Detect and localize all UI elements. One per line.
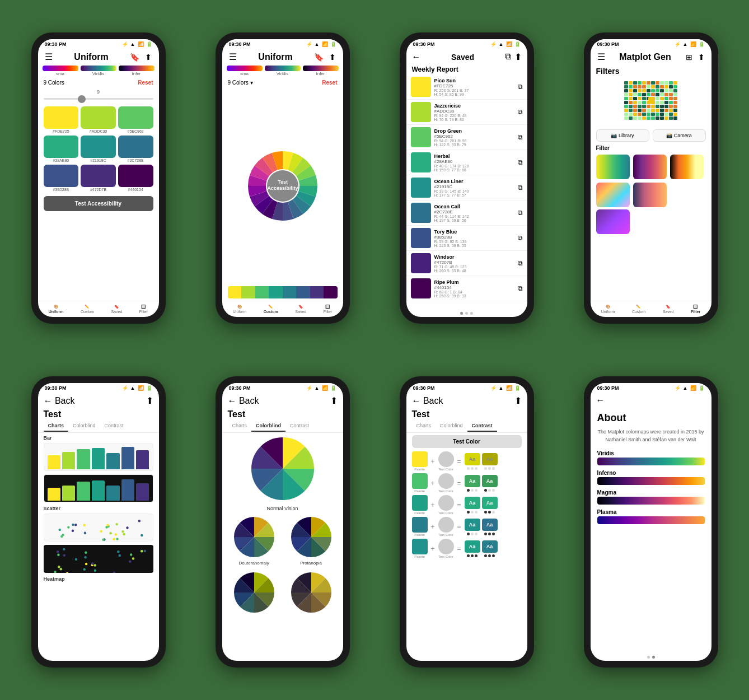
palette-cell-0[interactable] <box>228 286 242 298</box>
color-row-6[interactable]: Tory Blue #38528B R: 59 G: 82 B: 139 H: … <box>406 226 527 251</box>
swatch-item-0[interactable]: #FDE725 <box>44 106 79 133</box>
share-icon[interactable]: ⬆ <box>145 53 152 62</box>
palette-cell-3[interactable] <box>269 286 283 298</box>
color-row-3[interactable]: Herbal #28AE80 R: 40 G: 174 B: 128 H: 15… <box>406 150 527 175</box>
back-arrow-8[interactable]: ← <box>596 395 605 405</box>
back-arrow-6[interactable]: ← Back <box>228 396 259 406</box>
nav-item-4-saved[interactable]: 🔖 Saved <box>663 305 674 314</box>
swatch-1[interactable] <box>81 106 116 129</box>
back-arrow-3[interactable]: ← <box>412 52 421 62</box>
share-icon-3[interactable]: ⬆ <box>514 52 522 62</box>
bookmark-icon[interactable]: 🔖 <box>130 53 139 62</box>
tab-5-colorblind[interactable]: Colorblind <box>68 421 100 432</box>
slider-thumb[interactable] <box>78 95 86 103</box>
back-arrow-5[interactable]: ← Back <box>44 396 75 406</box>
back-arrow-7[interactable]: ← Back <box>412 396 443 406</box>
tab-6-contrast[interactable]: Contrast <box>285 421 313 432</box>
palette-cell-5[interactable] <box>296 286 310 298</box>
swatch-item-3[interactable]: #28AE80 <box>44 136 79 162</box>
tab-6-colorblind[interactable]: Colorblind <box>251 421 285 432</box>
share-icon-5[interactable]: ⬆ <box>146 395 153 406</box>
palette-cell-7[interactable] <box>324 286 338 298</box>
nav-item-uniform[interactable]: 🎨 Uniform <box>49 305 64 314</box>
filter-swatch-extra[interactable] <box>596 183 630 207</box>
copy-btn-6[interactable]: ⧉ <box>518 234 523 242</box>
copy-icon[interactable]: ⧉ <box>505 52 511 62</box>
filter-swatch-1[interactable] <box>633 155 667 179</box>
nav-item-2-filter[interactable]: 🔲 Filter <box>324 305 333 314</box>
copy-btn-8[interactable]: ⧉ <box>518 284 523 292</box>
tab-7-contrast[interactable]: Contrast <box>467 421 497 432</box>
swatch-item-2[interactable]: #5EC962 <box>118 106 153 133</box>
nav-item-saved[interactable]: 🔖 Saved <box>111 305 122 314</box>
swatch-item-b1[interactable]: #472D7B <box>81 165 116 192</box>
copy-btn-0[interactable]: ⧉ <box>518 83 523 91</box>
tab-7-colorblind[interactable]: Colorblind <box>436 421 467 432</box>
nav-item-2-custom[interactable]: ✏️ Custom <box>264 305 278 314</box>
dot-2 <box>465 312 468 315</box>
copy-btn-3[interactable]: ⧉ <box>518 158 523 166</box>
swatch-3[interactable] <box>44 136 79 158</box>
color-row-7[interactable]: Windsor #47207B R: 71 G: 45 B: 123 H: 26… <box>406 251 527 276</box>
palette-cell-1[interactable] <box>241 286 255 298</box>
nav-item-2-uniform[interactable]: 🎨 Uniform <box>233 305 247 314</box>
swatch-item-b0[interactable]: #3B528B <box>44 165 79 192</box>
color-row-1[interactable]: Jazzericise #ADDC30 R: 94 G: 220 B: 48 H… <box>406 100 527 125</box>
camera-button[interactable]: 📸 Camera <box>653 129 706 142</box>
nav-item-filter[interactable]: 🔲 Filter <box>139 305 148 314</box>
bookmark-icon-2[interactable]: 🔖 <box>314 53 324 62</box>
copy-btn-2[interactable]: ⧉ <box>518 133 523 141</box>
nav-item-2-saved[interactable]: 🔖 Saved <box>295 305 306 314</box>
menu-icon-2[interactable]: ☰ <box>229 52 237 62</box>
wifi-icon: ▲ <box>499 41 504 47</box>
swatch-0[interactable] <box>44 106 79 129</box>
share-icon-4[interactable]: ⬆ <box>698 53 705 62</box>
swatch-item-1[interactable]: #ADDC30 <box>81 106 116 133</box>
nav-item-4-custom[interactable]: ✏️ Custom <box>632 305 645 314</box>
swatch-b-0[interactable] <box>44 165 79 187</box>
color-row-5[interactable]: Ocean Call #2C728E R: 44 G: 114 B: 142 H… <box>406 200 527 226</box>
filter-swatch-extra2[interactable] <box>633 183 667 207</box>
filter-swatch-2[interactable] <box>670 155 704 179</box>
color-row-4[interactable]: Ocean Liner #21918C R: 33 G: 145 B: 140 … <box>406 175 527 200</box>
swatch-b-2[interactable] <box>118 165 153 187</box>
palette-cell-6[interactable] <box>310 286 324 298</box>
tab-5-contrast[interactable]: Contrast <box>100 421 128 432</box>
menu-icon-4[interactable]: ☰ <box>597 52 605 62</box>
reset-button-2[interactable]: Reset <box>322 80 337 86</box>
swatch-5[interactable] <box>118 136 153 158</box>
share-icon-6[interactable]: ⬆ <box>330 395 338 406</box>
library-button[interactable]: 📷 Library <box>596 129 649 142</box>
tab-5-charts[interactable]: Charts <box>44 421 69 432</box>
nav-item-4-filter[interactable]: 🔲 Filter <box>691 305 700 314</box>
color-row-2[interactable]: Drop Green #5EC962 R: 94 G: 201 B: 98 H:… <box>406 125 527 150</box>
swatch-item-b2[interactable]: #440154 <box>118 165 153 192</box>
reset-button[interactable]: Reset <box>138 80 153 86</box>
swatch-item-4[interactable]: #21918C <box>81 136 116 162</box>
test-accessibility-button[interactable]: Test Accessibility <box>44 196 153 211</box>
menu-icon[interactable]: ☰ <box>45 52 53 62</box>
palette-cell-4[interactable] <box>283 286 297 298</box>
share-icon-2[interactable]: ⬆ <box>329 53 336 62</box>
slider-track[interactable] <box>44 98 153 100</box>
copy-btn-7[interactable]: ⧉ <box>518 259 523 267</box>
swatch-2[interactable] <box>118 106 153 129</box>
swatch-b-1[interactable] <box>81 165 116 187</box>
tab-6-charts[interactable]: Charts <box>228 421 252 432</box>
color-row-0[interactable]: Pico Sun #FDE725 R: 253 G: 201 B: 37 H: … <box>406 74 527 100</box>
filter-swatch-2-0[interactable] <box>596 209 630 234</box>
swatch-4[interactable] <box>81 136 116 158</box>
copy-btn-1[interactable]: ⧉ <box>518 108 523 116</box>
share-icon-7[interactable]: ⬆ <box>514 395 522 406</box>
nav-item-custom[interactable]: ✏️ Custom <box>81 305 94 314</box>
test-color-button[interactable]: Test Color <box>412 435 522 448</box>
copy-btn-4[interactable]: ⧉ <box>518 184 523 192</box>
tab-7-charts[interactable]: Charts <box>412 421 436 432</box>
swatch-item-5[interactable]: #2C728E <box>118 136 153 162</box>
copy-btn-5[interactable]: ⧉ <box>518 209 523 217</box>
palette-cell-2[interactable] <box>255 286 269 298</box>
filter-swatch-0[interactable] <box>596 155 630 179</box>
grid-icon-4[interactable]: ⊞ <box>686 53 692 62</box>
nav-item-4-uniform[interactable]: 🎨 Uniform <box>601 305 615 314</box>
color-row-8[interactable]: Ripe Plum #440154 R: 68 G: 1 B: 84 H: 25… <box>406 276 527 301</box>
